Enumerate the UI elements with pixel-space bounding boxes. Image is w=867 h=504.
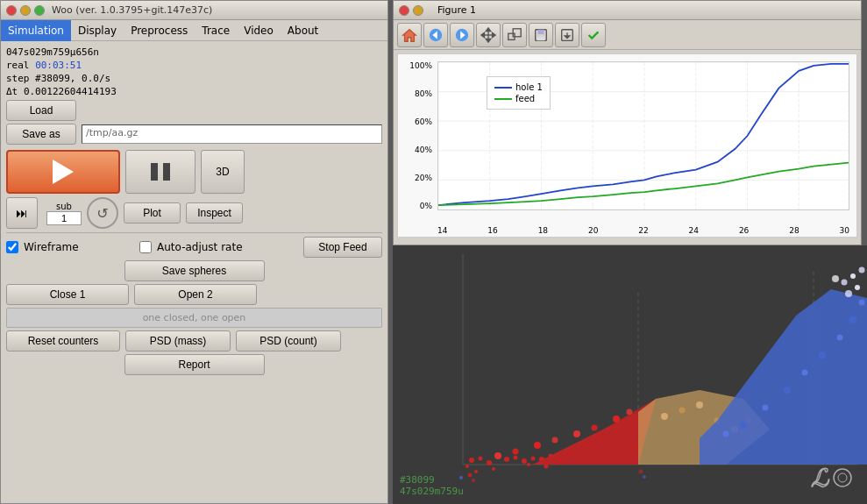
svg-point-66 [592, 425, 598, 431]
svg-point-78 [740, 422, 747, 429]
y-label-100: 100% [400, 61, 435, 70]
svg-point-88 [842, 280, 848, 286]
y-label-80: 80% [400, 89, 435, 98]
status-line-1: 047s029m759μ656n [6, 46, 382, 58]
menu-display[interactable]: Display [71, 20, 124, 41]
auto-adjust-checkbox[interactable] [139, 241, 152, 253]
status-dt: Δt 0.00122604414193 [6, 86, 382, 97]
menu-video[interactable]: Video [237, 20, 281, 41]
open2-button[interactable]: Open 2 [134, 284, 257, 305]
plot-button[interactable]: Plot [124, 202, 181, 224]
svg-marker-9 [481, 32, 485, 37]
svg-point-85 [859, 300, 865, 306]
sub-box: sub [46, 202, 82, 225]
window-title: Woo (ver. 1.0.3795+git.147e37c) [52, 4, 212, 16]
psd-count-button[interactable]: PSD (count) [236, 330, 341, 351]
play-button[interactable] [6, 150, 120, 194]
real-time: 00:03:51 [35, 60, 82, 71]
menu-about[interactable]: About [281, 20, 325, 41]
svg-point-96 [643, 475, 646, 479]
chart-area: 100% 80% 60% 40% 20% 0% [397, 53, 857, 238]
save-spheres-button[interactable]: Save spheres [124, 260, 265, 281]
svg-point-93 [472, 479, 475, 482]
svg-point-72 [696, 401, 703, 408]
svg-point-40 [479, 457, 483, 461]
figure-min-button[interactable] [413, 5, 423, 16]
home-button[interactable] [397, 23, 422, 47]
menu-preprocess[interactable]: Preprocess [124, 20, 195, 41]
stop-feed-button[interactable]: Stop Feed [303, 237, 382, 258]
chart-legend: hole 1 feed [487, 76, 551, 110]
info-display: 47s029m759u [400, 486, 464, 497]
real-label: real [6, 60, 30, 71]
svg-rect-15 [537, 36, 545, 40]
sub-label: sub [56, 202, 72, 211]
svg-point-48 [531, 457, 536, 461]
svg-point-58 [492, 467, 495, 471]
svg-point-47 [522, 458, 527, 464]
path-display: /tmp/aa.gz [82, 124, 382, 144]
content-area: 047s029m759μ656n real 00:03:51 step #380… [1, 41, 387, 381]
reload-button[interactable]: ↺ [87, 197, 118, 229]
check-button[interactable] [581, 23, 606, 47]
menu-simulation[interactable]: Simulation [1, 20, 71, 41]
inspect-button[interactable]: Inspect [186, 202, 243, 224]
pause-button[interactable] [125, 150, 195, 194]
report-row: Report [6, 354, 382, 375]
wireframe-checkbox[interactable] [6, 241, 18, 253]
svg-point-91 [859, 267, 865, 273]
sub-input[interactable] [46, 211, 82, 225]
title-bar: Woo (ver. 1.0.3795+git.147e37c) [1, 1, 387, 20]
svg-point-45 [514, 456, 518, 460]
legend-feed: feed [494, 94, 543, 103]
svg-point-77 [723, 431, 729, 437]
reload-icon: ↺ [96, 205, 108, 222]
figure-title-bar: Figure 1 [394, 1, 861, 20]
report-button[interactable]: Report [124, 354, 265, 375]
feed-legend-color [494, 98, 512, 100]
menu-trace[interactable]: Trace [195, 20, 237, 41]
svg-point-65 [573, 430, 580, 437]
svg-point-82 [819, 351, 826, 358]
step-forward-button[interactable]: ⏭ [6, 197, 38, 229]
save-as-button[interactable]: Save as [6, 124, 76, 145]
svg-marker-8 [486, 39, 490, 42]
window-controls [6, 5, 45, 16]
close-button[interactable] [6, 5, 17, 16]
back-button[interactable] [423, 23, 448, 47]
3d-viewport[interactable]: #38099 47s029m759u ℒ [393, 245, 867, 504]
pause-bar-right [163, 163, 170, 181]
svg-point-89 [832, 275, 839, 282]
save-row: Save as /tmp/aa.gz [6, 124, 382, 145]
viewport-overlay: #38099 47s029m759u [400, 474, 464, 497]
svg-marker-10 [493, 32, 496, 37]
close1-button[interactable]: Close 1 [6, 284, 129, 305]
figure-close-button[interactable] [399, 5, 409, 16]
svg-point-80 [784, 387, 791, 394]
download-button[interactable] [555, 23, 579, 47]
psd-mass-button[interactable]: PSD (mass) [125, 330, 231, 351]
minimize-button[interactable] [20, 5, 31, 16]
maximize-button[interactable] [34, 5, 45, 16]
svg-point-99 [838, 473, 847, 482]
forward-button[interactable] [450, 23, 474, 47]
separator-1 [6, 232, 382, 233]
svg-point-67 [613, 415, 620, 422]
svg-point-63 [534, 442, 541, 449]
main-window: Woo (ver. 1.0.3795+git.147e37c) Simulati… [0, 0, 388, 504]
3d-button[interactable]: 3D [201, 150, 245, 194]
feed-legend-label: feed [515, 94, 535, 103]
svg-point-90 [850, 273, 856, 279]
move-button[interactable] [476, 23, 501, 47]
x-label-30: 30 [840, 226, 849, 235]
x-axis: 14 16 18 20 22 24 26 28 30 [437, 226, 849, 235]
wireframe-row: Wireframe [6, 241, 79, 253]
y-label-20: 20% [400, 174, 435, 182]
reset-counters-button[interactable]: Reset counters [6, 330, 120, 351]
zoom-button[interactable] [502, 23, 527, 47]
dt-value: 0.00122604414193 [24, 86, 117, 97]
save-fig-button[interactable] [529, 23, 553, 47]
svg-point-39 [469, 458, 474, 463]
load-button[interactable]: Load [6, 100, 76, 121]
options-row: Wireframe Auto-adjust rate Stop Feed [6, 237, 382, 258]
